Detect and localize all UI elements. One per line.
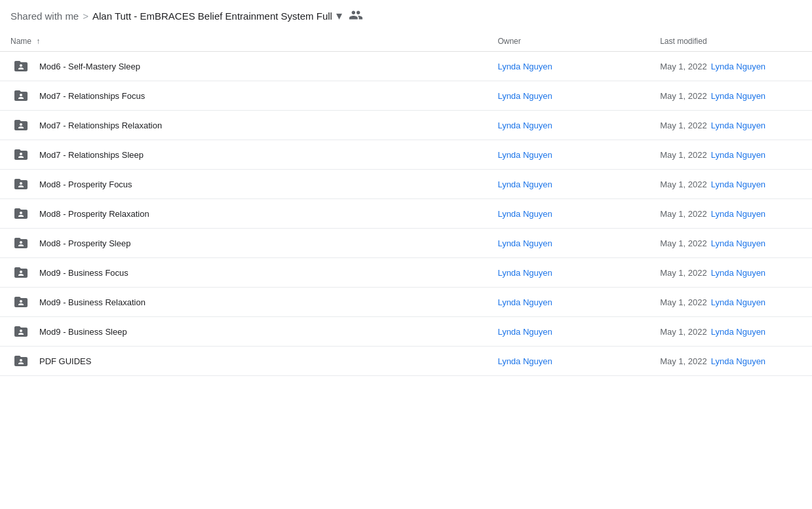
table-header-row: Name ↑ Owner Last modified xyxy=(0,31,812,52)
column-header-name[interactable]: Name ↑ xyxy=(0,31,487,52)
file-name-cell: Mod9 - Business Sleep xyxy=(0,317,487,346)
modified-by[interactable]: Lynda Nguyen xyxy=(711,268,765,278)
folder-shared-icon xyxy=(10,292,31,312)
table-row[interactable]: Mod8 - Prosperity Focus Lynda NguyenMay … xyxy=(0,170,812,199)
owner-cell[interactable]: Lynda Nguyen xyxy=(487,258,649,288)
folder-shared-icon xyxy=(10,203,31,224)
modified-by[interactable]: Lynda Nguyen xyxy=(711,91,765,101)
file-name-label: Mod8 - Prosperity Focus xyxy=(39,179,132,189)
table-row[interactable]: Mod9 - Business Relaxation Lynda NguyenM… xyxy=(0,288,812,317)
modified-date: May 1, 2022 xyxy=(660,121,707,130)
file-name-label: Mod9 - Business Focus xyxy=(39,268,128,278)
owner-cell[interactable]: Lynda Nguyen xyxy=(487,52,649,81)
modified-date: May 1, 2022 xyxy=(660,179,707,189)
modified-date: May 1, 2022 xyxy=(660,238,707,248)
folder-shared-icon xyxy=(10,144,31,165)
file-name-cell: Mod7 - Relationships Sleep xyxy=(0,140,487,169)
modified-cell: May 1, 2022 Lynda Nguyen xyxy=(649,111,812,140)
table-row[interactable]: Mod7 - Relationships Sleep Lynda NguyenM… xyxy=(0,140,812,170)
owner-cell[interactable]: Lynda Nguyen xyxy=(487,288,649,317)
owner-cell[interactable]: Lynda Nguyen xyxy=(487,111,649,140)
file-name-label: Mod8 - Prosperity Sleep xyxy=(39,238,130,248)
file-name-label: Mod7 - Relationships Focus xyxy=(39,91,145,101)
folder-shared-icon xyxy=(10,174,31,195)
modified-cell: May 1, 2022 Lynda Nguyen xyxy=(649,52,812,81)
modified-cell: May 1, 2022 Lynda Nguyen xyxy=(649,170,812,199)
file-name-cell: Mod7 - Relationships Relaxation xyxy=(0,111,487,140)
modified-by[interactable]: Lynda Nguyen xyxy=(711,179,765,189)
modified-date: May 1, 2022 xyxy=(660,356,707,366)
file-name-label: Mod9 - Business Relaxation xyxy=(39,297,145,307)
file-name-cell: Mod8 - Prosperity Relaxation xyxy=(0,199,487,228)
breadcrumb-current-folder: Alan Tutt - EmBRACES Belief Entrainment … xyxy=(92,9,342,23)
table-row[interactable]: Mod9 - Business Sleep Lynda NguyenMay 1,… xyxy=(0,317,812,347)
column-header-last-modified[interactable]: Last modified xyxy=(649,31,812,52)
file-name-label: PDF GUIDES xyxy=(39,356,91,366)
file-name-label: Mod9 - Business Sleep xyxy=(39,327,127,337)
file-name-cell: Mod6 - Self-Mastery Sleep xyxy=(0,52,487,81)
modified-date: May 1, 2022 xyxy=(660,91,707,101)
modified-by[interactable]: Lynda Nguyen xyxy=(711,238,765,248)
table-row[interactable]: PDF GUIDES Lynda NguyenMay 1, 2022 Lynda… xyxy=(0,347,812,376)
modified-cell: May 1, 2022 Lynda Nguyen xyxy=(649,229,812,258)
modified-date: May 1, 2022 xyxy=(660,150,707,160)
modified-date: May 1, 2022 xyxy=(660,327,707,337)
owner-cell[interactable]: Lynda Nguyen xyxy=(487,81,649,111)
file-name-label: Mod7 - Relationships Relaxation xyxy=(39,121,162,130)
modified-cell: May 1, 2022 Lynda Nguyen xyxy=(649,288,812,317)
folder-shared-icon xyxy=(10,350,31,371)
table-row[interactable]: Mod9 - Business Focus Lynda NguyenMay 1,… xyxy=(0,258,812,288)
owner-cell[interactable]: Lynda Nguyen xyxy=(487,229,649,258)
modified-date: May 1, 2022 xyxy=(660,209,707,219)
folder-shared-icon xyxy=(10,56,31,77)
modified-cell: May 1, 2022 Lynda Nguyen xyxy=(649,258,812,288)
modified-date: May 1, 2022 xyxy=(660,297,707,307)
breadcrumb: Shared with me > Alan Tutt - EmBRACES Be… xyxy=(0,0,812,31)
table-row[interactable]: Mod8 - Prosperity Relaxation Lynda Nguye… xyxy=(0,199,812,229)
modified-cell: May 1, 2022 Lynda Nguyen xyxy=(649,81,812,111)
table-row[interactable]: Mod7 - Relationships Focus Lynda NguyenM… xyxy=(0,81,812,111)
folder-shared-icon xyxy=(10,85,31,106)
file-name-cell: Mod7 - Relationships Focus xyxy=(0,81,487,110)
modified-cell: May 1, 2022 Lynda Nguyen xyxy=(649,317,812,347)
breadcrumb-folder-name: Alan Tutt - EmBRACES Belief Entrainment … xyxy=(92,10,332,22)
owner-cell[interactable]: Lynda Nguyen xyxy=(487,170,649,199)
owner-cell[interactable]: Lynda Nguyen xyxy=(487,347,649,376)
file-name-label: Mod6 - Self-Mastery Sleep xyxy=(39,62,140,71)
modified-date: May 1, 2022 xyxy=(660,268,707,278)
modified-cell: May 1, 2022 Lynda Nguyen xyxy=(649,347,812,376)
sort-ascending-icon: ↑ xyxy=(36,37,40,46)
file-table: Name ↑ Owner Last modified Mod6 - Self-M… xyxy=(0,31,812,376)
column-header-owner[interactable]: Owner xyxy=(487,31,649,52)
file-name-cell: Mod8 - Prosperity Sleep xyxy=(0,229,487,257)
modified-by[interactable]: Lynda Nguyen xyxy=(711,121,765,130)
modified-by[interactable]: Lynda Nguyen xyxy=(711,327,765,337)
file-name-cell: Mod9 - Business Relaxation xyxy=(0,288,487,316)
file-name-cell: PDF GUIDES xyxy=(0,347,487,375)
table-row[interactable]: Mod7 - Relationships Relaxation Lynda Ng… xyxy=(0,111,812,140)
file-name-cell: Mod9 - Business Focus xyxy=(0,258,487,287)
folder-shared-icon xyxy=(10,321,31,342)
modified-by[interactable]: Lynda Nguyen xyxy=(711,356,765,366)
modified-cell: May 1, 2022 Lynda Nguyen xyxy=(649,199,812,229)
table-row[interactable]: Mod8 - Prosperity Sleep Lynda NguyenMay … xyxy=(0,229,812,258)
folder-shared-icon xyxy=(10,233,31,254)
owner-cell[interactable]: Lynda Nguyen xyxy=(487,317,649,347)
breadcrumb-dropdown-icon[interactable]: ▾ xyxy=(336,9,342,23)
file-name-cell: Mod8 - Prosperity Focus xyxy=(0,170,487,198)
modified-by[interactable]: Lynda Nguyen xyxy=(711,297,765,307)
breadcrumb-shared-with-me[interactable]: Shared with me xyxy=(10,10,79,22)
modified-by[interactable]: Lynda Nguyen xyxy=(711,150,765,160)
file-name-label: Mod8 - Prosperity Relaxation xyxy=(39,209,149,219)
owner-cell[interactable]: Lynda Nguyen xyxy=(487,199,649,229)
file-name-label: Mod7 - Relationships Sleep xyxy=(39,150,144,160)
modified-by[interactable]: Lynda Nguyen xyxy=(711,62,765,71)
owner-cell[interactable]: Lynda Nguyen xyxy=(487,140,649,170)
breadcrumb-people-icon[interactable] xyxy=(349,8,363,24)
modified-by[interactable]: Lynda Nguyen xyxy=(711,209,765,219)
breadcrumb-separator: > xyxy=(83,10,88,22)
table-row[interactable]: Mod6 - Self-Mastery Sleep Lynda NguyenMa… xyxy=(0,52,812,81)
modified-date: May 1, 2022 xyxy=(660,62,707,71)
folder-shared-icon xyxy=(10,115,31,136)
folder-shared-icon xyxy=(10,262,31,283)
